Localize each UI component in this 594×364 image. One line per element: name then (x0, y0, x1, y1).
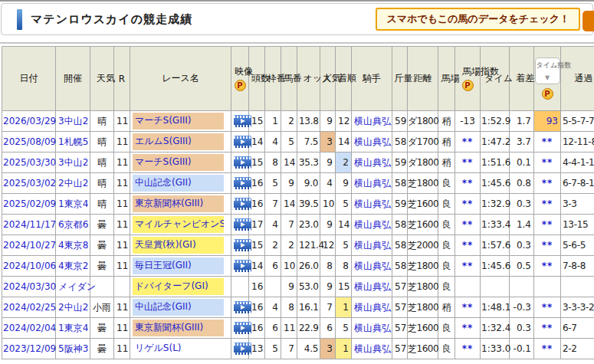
cell-venue[interactable]: 3中山2 (56, 111, 90, 132)
cell-venue[interactable]: 3中山2 (56, 152, 90, 173)
cell-date[interactable]: 2025/02/09 (2, 194, 56, 215)
cell-jockey[interactable]: 横山典弘 (352, 194, 392, 215)
result-row: 2026/03/293中山2晴11マーチS(GIII)151213.8912横山… (2, 111, 594, 132)
video-play-icon[interactable] (234, 322, 251, 334)
col-header-jockey: 騎手 (352, 47, 392, 111)
race-name-link[interactable]: 中山記念(GII) (133, 175, 224, 192)
cell-time: 1:51.6 (481, 152, 510, 173)
cell-pos: 14 (336, 215, 352, 235)
cell-race: リゲルS(L) (130, 339, 231, 359)
cell-video (231, 297, 249, 318)
video-play-icon[interactable] (234, 301, 251, 313)
cell-weight: 58 (392, 132, 408, 152)
cell-date[interactable]: 2024/03/30 (2, 277, 56, 297)
cell-weather: 晴 (90, 152, 114, 173)
cell-jockey[interactable]: 横山典弘 (352, 235, 392, 256)
cell-jockey[interactable]: 横山典弘 (352, 173, 392, 194)
cell-video (231, 318, 249, 339)
cell-venue[interactable]: 5阪神3 (56, 339, 90, 359)
cell-date[interactable]: 2024/10/27 (2, 235, 56, 256)
cell-date[interactable]: 2024/10/06 (2, 256, 56, 277)
video-play-icon[interactable] (234, 218, 251, 231)
race-name-link[interactable]: 中山記念(GII) (133, 299, 224, 316)
cell-video (231, 256, 249, 277)
cell-venue[interactable]: 2中山2 (56, 173, 90, 194)
cell-venue[interactable]: 4東京8 (56, 235, 90, 256)
cell-date[interactable]: 2025/03/30 (2, 152, 56, 173)
cell-horseno: 2 (281, 235, 297, 256)
race-name-link[interactable]: 天皇賞(秋)(GI) (133, 237, 224, 254)
cell-date[interactable]: 2026/03/29 (2, 111, 56, 132)
cell-pop: 3 (320, 339, 336, 359)
result-row: 2024/02/041東京4曇11東京新聞杯(GIII)1661122.965横… (2, 318, 594, 339)
result-row: 2024/10/064東京2曇11毎日王冠(GII)1461026.088横山典… (2, 256, 594, 277)
cell-date[interactable]: 2024/11/17 (2, 215, 56, 235)
title-accent-bar (17, 9, 22, 30)
race-name-link[interactable]: ドバイターフ(GI) (133, 278, 224, 295)
cell-jockey[interactable]: 横山典弘 (352, 215, 392, 235)
cell-r: 11 (114, 256, 130, 277)
timeidx-sort-widget[interactable]: タイム指数 ▼ (535, 57, 560, 84)
cell-venue[interactable]: 1札幌5 (56, 132, 90, 152)
race-name-link[interactable]: 毎日王冠(GII) (133, 257, 224, 274)
cell-r: 11 (114, 215, 130, 235)
cell-venue[interactable]: 1東京4 (56, 318, 90, 339)
video-play-icon[interactable] (234, 239, 251, 251)
cell-track: 良 (438, 215, 455, 235)
premium-icon[interactable]: P (462, 80, 474, 91)
col-header-date: 日付 (2, 47, 56, 111)
cell-frame: 7 (265, 194, 281, 215)
cell-jockey[interactable]: 横山典弘 (352, 132, 392, 152)
cell-date[interactable]: 2025/03/02 (2, 173, 56, 194)
cell-venue[interactable]: 2中山2 (56, 297, 90, 318)
cell-jockey[interactable]: 横山典弘 (352, 339, 392, 359)
cell-race: マイルチャンピオンS(GI) (130, 215, 231, 235)
cell-venue[interactable]: 4東京2 (56, 256, 90, 277)
cell-venue[interactable]: 6京都6 (56, 215, 90, 235)
race-name-link[interactable]: 東京新聞杯(GIII) (133, 320, 224, 336)
cell-jockey[interactable]: 横山典弘 (352, 111, 392, 132)
race-name-link[interactable]: リゲルS(L) (133, 340, 224, 357)
race-name-link[interactable]: マーチS(GIII) (133, 154, 224, 171)
cell-jockey[interactable]: 横山典弘 (352, 297, 392, 318)
cell-margin (510, 277, 534, 297)
cell-time: 1:33.4 (481, 215, 510, 235)
cell-date[interactable]: 2024/02/04 (2, 318, 56, 339)
col-header-horseno: 馬番 (281, 47, 297, 111)
race-name-link[interactable]: マイルチャンピオンS(GI) (133, 216, 224, 233)
cell-jockey[interactable]: 横山典弘 (352, 277, 392, 297)
cell-date[interactable]: 2023/12/09 (2, 339, 56, 359)
cell-trackidx: ** (455, 297, 481, 318)
cell-jockey[interactable]: 横山典弘 (352, 318, 392, 339)
cell-jockey[interactable]: 横山典弘 (352, 152, 392, 173)
page: マテンロウスカイの競走成績 スマホでもこの馬のデータをチェック！ 日付 開催 天… (0, 0, 594, 364)
cell-weight: 58 (392, 256, 408, 277)
col-header-race: レース名 (130, 47, 231, 111)
cell-time: 1:32.4 (481, 318, 510, 339)
smartphone-check-button[interactable]: スマホでもこの馬のデータをチェック！ (376, 8, 580, 31)
premium-icon[interactable]: P (235, 80, 246, 91)
video-play-icon[interactable] (234, 136, 251, 148)
cell-date[interactable]: 2025/08/09 (2, 132, 56, 152)
race-name-link[interactable]: 東京新聞杯(GIII) (133, 195, 224, 212)
cell-venue[interactable]: 1東京4 (56, 194, 90, 215)
col-header-pos: 着順 (336, 47, 352, 111)
cell-venue[interactable]: メイダン (56, 277, 90, 297)
cell-weight: 58 (392, 215, 408, 235)
cell-distance: 芝1600 (408, 318, 438, 339)
video-play-icon[interactable] (234, 115, 251, 127)
cell-jockey[interactable]: 横山典弘 (352, 256, 392, 277)
video-play-icon[interactable] (234, 343, 251, 355)
race-name-link[interactable]: マーチS(GIII) (133, 113, 224, 130)
cell-passing: 6-7-8-10 (561, 173, 594, 194)
race-name-link[interactable]: エルムS(GIII) (133, 133, 224, 150)
premium-icon[interactable]: P (542, 88, 553, 100)
video-play-icon[interactable] (234, 177, 251, 189)
video-play-icon[interactable] (234, 198, 251, 210)
cell-date[interactable]: 2024/02/25 (2, 297, 56, 318)
result-row: 2024/02/252中山2小雨11中山記念(GII)164816.171横山典… (2, 297, 594, 318)
video-play-icon[interactable] (234, 260, 251, 272)
cell-time: 1:45.6 (481, 173, 510, 194)
cell-pop: 10 (320, 194, 336, 215)
video-play-icon[interactable] (234, 156, 251, 169)
